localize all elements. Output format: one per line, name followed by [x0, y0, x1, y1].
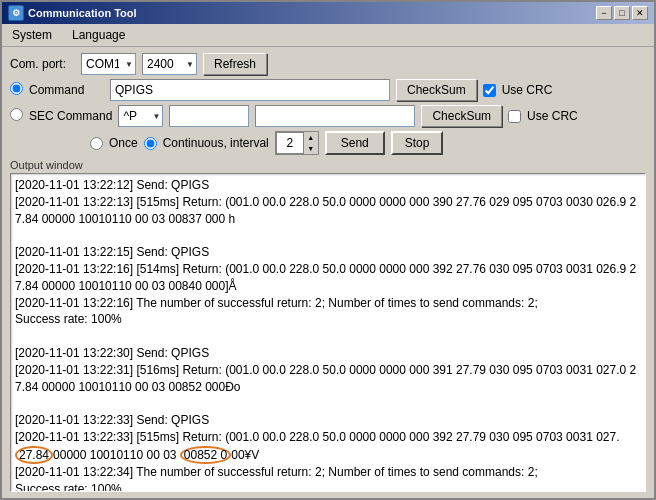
output-line-4: [2020-11-01 13:22:15] Send: QPIGS: [15, 244, 641, 261]
output-line-11: [15, 395, 641, 412]
main-content: Com. port: COM1 COM2 COM3 2400 9600 1920…: [2, 47, 654, 498]
output-line-5: [2020-11-01 13:22:16] [514ms] Return: (0…: [15, 261, 641, 295]
output-window[interactable]: [2020-11-01 13:22:12] Send: QPIGS [2020-…: [10, 173, 646, 492]
orange-circle-highlight-2: 00852 0: [180, 446, 231, 464]
sec-command-radio-wrapper: [10, 108, 23, 124]
interval-value-input[interactable]: [276, 132, 304, 154]
comport-label: Com. port:: [10, 57, 75, 71]
title-bar-left: ⚙ Communication Tool: [8, 5, 137, 21]
output-section: Output window [2020-11-01 13:22:12] Send…: [10, 159, 646, 492]
refresh-button[interactable]: Refresh: [203, 53, 267, 75]
baud-select[interactable]: 2400 9600 19200: [142, 53, 197, 75]
menu-system[interactable]: System: [6, 26, 58, 44]
output-line-10: [2020-11-01 13:22:31] [516ms] Return: (0…: [15, 362, 641, 396]
output-line-8: [15, 328, 641, 345]
output-line-3: [15, 227, 641, 244]
command-label[interactable]: Command: [29, 83, 104, 97]
output-line-2: [2020-11-01 13:22:13] [515ms] Return: (0…: [15, 194, 641, 228]
sec-use-crc-checkbox[interactable]: [508, 110, 521, 123]
once-label[interactable]: Once: [109, 136, 138, 150]
sec-command-radio[interactable]: [10, 108, 23, 121]
stop-button[interactable]: Stop: [391, 131, 444, 155]
maximize-button[interactable]: □: [614, 6, 630, 20]
menu-bar: System Language: [2, 24, 654, 47]
command-radio-wrapper: [10, 82, 23, 98]
output-label: Output window: [10, 159, 646, 171]
spinner-down-button[interactable]: ▼: [304, 143, 318, 154]
main-window: ⚙ Communication Tool − □ ✕ System Langua…: [0, 0, 656, 500]
command-input[interactable]: QPIGS: [110, 79, 390, 101]
output-line-15: Success rate: 100%: [15, 481, 641, 492]
window-title: Communication Tool: [28, 7, 137, 19]
output-line-7: Success rate: 100%: [15, 311, 641, 328]
send-button[interactable]: Send: [325, 131, 385, 155]
menu-language[interactable]: Language: [66, 26, 131, 44]
output-line-9: [2020-11-01 13:22:30] Send: QPIGS: [15, 345, 641, 362]
command-checksum-button[interactable]: CheckSum: [396, 79, 477, 101]
output-line-1: [2020-11-01 13:22:12] Send: QPIGS: [15, 177, 641, 194]
interval-row: Once Continuous, interval ▲ ▼ Send Stop: [10, 131, 646, 155]
sec-prefix-select[interactable]: ^P ^S: [118, 105, 163, 127]
comport-row: Com. port: COM1 COM2 COM3 2400 9600 1920…: [10, 53, 646, 75]
output-line-6: [2020-11-01 13:22:16] The number of succ…: [15, 295, 641, 312]
output-line-12: [2020-11-01 13:22:33] Send: QPIGS: [15, 412, 641, 429]
spinner-container: ▲ ▼: [275, 131, 319, 155]
sec-command-row: SEC Command ^P ^S CheckSum Use CRC: [10, 105, 646, 127]
once-radio[interactable]: [90, 137, 103, 150]
minimize-button[interactable]: −: [596, 6, 612, 20]
output-line-14: [2020-11-01 13:22:34] The number of succ…: [15, 464, 641, 481]
continuous-label[interactable]: Continuous, interval: [163, 136, 269, 150]
sec-prefix-wrapper: ^P ^S: [118, 105, 163, 127]
port-select[interactable]: COM1 COM2 COM3: [81, 53, 136, 75]
command-use-crc-checkbox[interactable]: [483, 84, 496, 97]
output-line-13: [2020-11-01 13:22:33] [515ms] Return: (0…: [15, 429, 641, 464]
app-icon: ⚙: [8, 5, 24, 21]
command-use-crc-label[interactable]: Use CRC: [502, 83, 553, 97]
spinner-up-button[interactable]: ▲: [304, 132, 318, 143]
spinner-arrows: ▲ ▼: [304, 132, 318, 154]
sec-field2-input[interactable]: [255, 105, 415, 127]
command-radio[interactable]: [10, 82, 23, 95]
orange-circle-highlight: 27.84: [15, 446, 53, 464]
sec-command-label[interactable]: SEC Command: [29, 109, 112, 123]
sec-checksum-button[interactable]: CheckSum: [421, 105, 502, 127]
port-select-wrapper: COM1 COM2 COM3: [81, 53, 136, 75]
command-row: Command QPIGS CheckSum Use CRC: [10, 79, 646, 101]
sec-use-crc-label[interactable]: Use CRC: [527, 109, 578, 123]
baud-select-wrapper: 2400 9600 19200: [142, 53, 197, 75]
close-button[interactable]: ✕: [632, 6, 648, 20]
sec-field1-input[interactable]: [169, 105, 249, 127]
title-bar: ⚙ Communication Tool − □ ✕: [2, 2, 654, 24]
continuous-radio[interactable]: [144, 137, 157, 150]
title-buttons: − □ ✕: [596, 6, 648, 20]
